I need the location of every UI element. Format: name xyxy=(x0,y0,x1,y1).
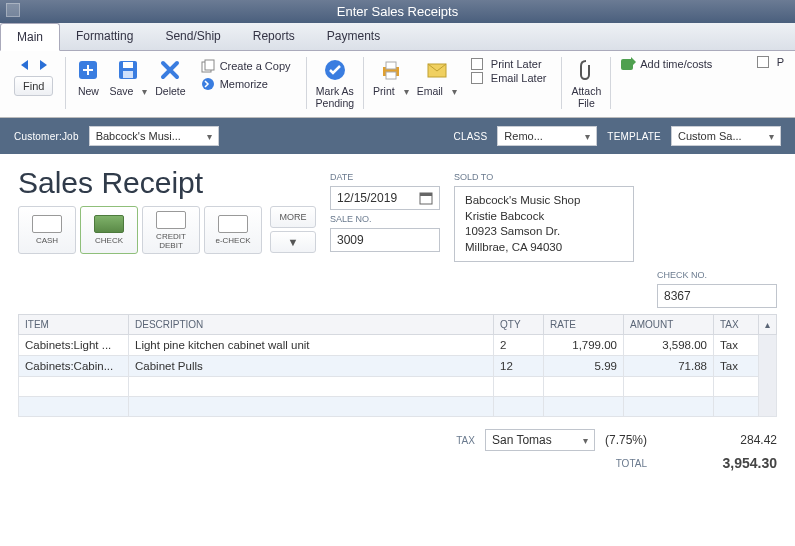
page-title: Sales Receipt xyxy=(18,166,316,200)
pay-echeck-button[interactable]: e-CHECK xyxy=(204,206,262,254)
pay-cash-button[interactable]: CASH xyxy=(18,206,76,254)
chevron-down-icon: ▾ xyxy=(404,86,409,97)
chevron-down-icon: ▼ xyxy=(288,236,299,248)
svg-rect-14 xyxy=(420,193,432,196)
more-methods-button[interactable]: MORE xyxy=(270,206,316,228)
table-row[interactable] xyxy=(19,397,777,417)
add-time-costs-button[interactable]: Add time/costs xyxy=(617,55,715,73)
tab-formatting[interactable]: Formatting xyxy=(60,23,149,50)
email-button[interactable]: Email ▾ xyxy=(414,55,460,99)
checkbox-icon xyxy=(471,72,483,84)
ribbon: Find New Save ▾ Delete Create a Copy xyxy=(0,51,795,118)
print-button[interactable]: Print ▾ xyxy=(370,55,412,99)
chevron-down-icon: ▾ xyxy=(452,86,457,97)
printer-icon xyxy=(378,57,404,83)
date-label: Date xyxy=(330,172,440,182)
memorize-button[interactable]: Memorize xyxy=(197,75,271,93)
paperclip-icon xyxy=(573,57,599,83)
tab-payments[interactable]: Payments xyxy=(311,23,396,50)
delete-icon xyxy=(157,57,183,83)
table-row[interactable]: Cabinets:Light ... Light pine kitchen ca… xyxy=(19,335,777,356)
cash-icon xyxy=(32,215,62,233)
tab-main[interactable]: Main xyxy=(0,23,60,51)
class-label: Class xyxy=(454,131,488,142)
tab-reports[interactable]: Reports xyxy=(237,23,311,50)
add-time-icon xyxy=(620,56,636,72)
class-combo[interactable]: Remo...▾ xyxy=(497,126,597,146)
p-option[interactable]: P xyxy=(754,55,787,69)
total-amount: 3,954.30 xyxy=(657,455,777,471)
window-title: Enter Sales Receipts xyxy=(337,4,458,19)
chevron-down-icon: ▾ xyxy=(583,435,588,446)
tax-label: Tax xyxy=(456,435,475,446)
sold-to-box[interactable]: Babcock's Music Shop Kristie Babcock 109… xyxy=(454,186,634,262)
ribbon-tabs: Main Formatting Send/Ship Reports Paymen… xyxy=(0,23,795,51)
col-item[interactable]: Item xyxy=(19,315,129,335)
delete-button[interactable]: Delete xyxy=(152,55,188,99)
sale-no-label: Sale No. xyxy=(330,214,440,224)
echeck-icon xyxy=(218,215,248,233)
checkbox-icon xyxy=(471,58,483,70)
email-later-check[interactable]: Email Later xyxy=(468,71,550,85)
mark-pending-button[interactable]: Mark As Pending xyxy=(313,55,358,111)
svg-rect-2 xyxy=(123,62,133,68)
check-no-label: Check No. xyxy=(657,270,777,280)
total-label: Total xyxy=(616,458,647,469)
copy-icon xyxy=(200,58,216,74)
memorize-icon xyxy=(200,76,216,92)
pay-check-button[interactable]: CHECK xyxy=(80,206,138,254)
svg-rect-9 xyxy=(386,62,396,69)
svg-rect-5 xyxy=(205,60,214,70)
col-amount[interactable]: Amount xyxy=(624,315,714,335)
chevron-down-icon: ▾ xyxy=(769,131,774,142)
check-circle-icon xyxy=(322,57,348,83)
save-button[interactable]: Save ▾ xyxy=(106,55,150,99)
sold-to-label: Sold To xyxy=(454,172,634,182)
tab-sendship[interactable]: Send/Ship xyxy=(149,23,236,50)
col-description[interactable]: Description xyxy=(129,315,494,335)
chevron-down-icon: ▾ xyxy=(207,131,212,142)
check-no-input[interactable]: 8367 xyxy=(657,284,777,308)
tax-jurisdiction-combo[interactable]: San Tomas ▾ xyxy=(485,429,595,451)
chevron-down-icon: ▾ xyxy=(585,131,590,142)
email-icon xyxy=(424,57,450,83)
attach-file-button[interactable]: Attach File xyxy=(568,55,604,111)
form-body: Sales Receipt CASH CHECK CREDIT DEBIT xyxy=(0,154,795,481)
svg-rect-3 xyxy=(123,71,133,78)
sale-no-input[interactable]: 3009 xyxy=(330,228,440,252)
line-items-table: Item Description Qty Rate Amount Tax ▴ C… xyxy=(18,314,777,417)
window-control-icon[interactable] xyxy=(6,3,20,17)
customer-label: Customer:Job xyxy=(14,131,79,142)
scrollbar[interactable] xyxy=(759,335,777,417)
selector-bar: Customer:Job Babcock's Musi...▾ Class Re… xyxy=(0,118,795,154)
col-qty[interactable]: Qty xyxy=(494,315,544,335)
find-button[interactable]: Find xyxy=(14,76,53,96)
nav-prev-icon[interactable] xyxy=(17,57,33,73)
table-row[interactable] xyxy=(19,377,777,397)
svg-rect-10 xyxy=(386,72,396,79)
create-copy-button[interactable]: Create a Copy xyxy=(197,57,294,75)
more-methods-dropdown[interactable]: ▼ xyxy=(270,231,316,253)
check-payment-icon xyxy=(94,215,124,233)
template-combo[interactable]: Custom Sa...▾ xyxy=(671,126,781,146)
payment-methods: CASH CHECK CREDIT DEBIT e-CHECK xyxy=(18,206,262,254)
col-rate[interactable]: Rate xyxy=(544,315,624,335)
credit-card-icon xyxy=(156,211,186,229)
new-icon xyxy=(75,57,101,83)
tax-amount: 284.42 xyxy=(657,433,777,447)
totals-section: Tax San Tomas ▾ (7.75%) 284.42 Total 3,9… xyxy=(18,427,777,473)
tax-rate: (7.75%) xyxy=(605,433,647,447)
col-tax[interactable]: Tax xyxy=(714,315,759,335)
table-row[interactable]: Cabinets:Cabin... Cabinet Pulls 12 5.99 … xyxy=(19,356,777,377)
checkbox-icon xyxy=(757,56,769,68)
new-button[interactable]: New xyxy=(72,55,104,99)
calendar-icon[interactable] xyxy=(419,191,433,205)
customer-combo[interactable]: Babcock's Musi...▾ xyxy=(89,126,219,146)
nav-next-icon[interactable] xyxy=(35,57,51,73)
print-later-check[interactable]: Print Later xyxy=(468,57,545,71)
scroll-up-icon[interactable]: ▴ xyxy=(759,315,777,335)
save-icon xyxy=(115,57,141,83)
pay-credit-button[interactable]: CREDIT DEBIT xyxy=(142,206,200,254)
date-input[interactable]: 12/15/2019 xyxy=(330,186,440,210)
template-label: Template xyxy=(607,131,661,142)
